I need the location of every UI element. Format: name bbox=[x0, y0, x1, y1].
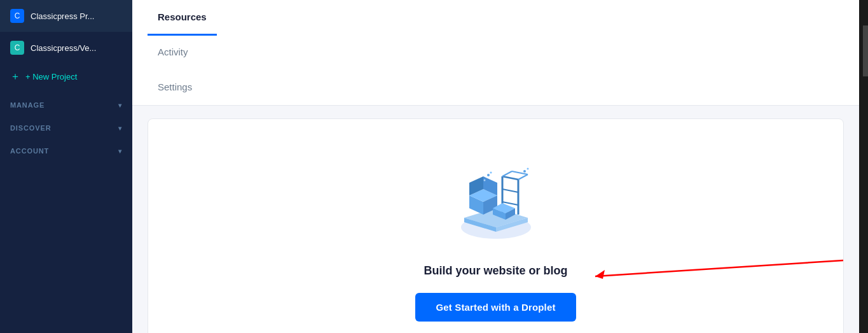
sidebar-section-discover[interactable]: DISCOVER ▾ bbox=[0, 113, 132, 136]
scrollbar-track[interactable] bbox=[859, 0, 868, 333]
tabs-bar: ResourcesActivitySettings bbox=[132, 0, 859, 106]
svg-marker-26 bbox=[595, 270, 605, 279]
sidebar-project-1[interactable]: C Classicpress/Ve... bbox=[0, 32, 132, 64]
section-label-discover: DISCOVER bbox=[10, 124, 52, 132]
plus-icon: ＋ bbox=[10, 70, 20, 83]
svg-line-11 bbox=[502, 176, 518, 180]
svg-line-12 bbox=[502, 189, 518, 192]
section-label-manage: MANAGE bbox=[10, 101, 45, 109]
svg-point-24 bbox=[483, 180, 485, 181]
chevron-down-icon: ▾ bbox=[118, 148, 122, 155]
chevron-down-icon: ▾ bbox=[118, 125, 122, 132]
sidebar-project-0[interactable]: C Classicpress Pr... bbox=[0, 0, 132, 32]
svg-point-23 bbox=[527, 168, 528, 170]
get-started-droplet-button[interactable]: Get Started with a Droplet bbox=[415, 293, 575, 322]
new-project-label: + New Project bbox=[25, 72, 77, 81]
scrollbar-thumb[interactable] bbox=[863, 25, 868, 76]
sidebar-section-manage[interactable]: MANAGE ▾ bbox=[0, 90, 132, 113]
section-label-account: ACCOUNT bbox=[10, 147, 49, 155]
tab-settings[interactable]: Settings bbox=[148, 70, 217, 106]
sidebar-section-account[interactable]: ACCOUNT ▾ bbox=[0, 136, 132, 159]
project-icon-0: C bbox=[10, 9, 24, 23]
svg-line-15 bbox=[518, 174, 528, 180]
chevron-down-icon: ▾ bbox=[118, 102, 122, 109]
tab-activity[interactable]: Activity bbox=[148, 35, 217, 71]
project-label-0: Classicpress Pr... bbox=[31, 11, 94, 21]
illustration bbox=[445, 145, 547, 246]
project-label-1: Classicpress/Ve... bbox=[31, 43, 96, 53]
arrow-annotation bbox=[576, 251, 843, 289]
tab-resources[interactable]: Resources bbox=[148, 0, 217, 36]
sidebar: C Classicpress Pr... C Classicpress/Ve..… bbox=[0, 0, 132, 333]
content-area: Build your website or blog Get Started w… bbox=[132, 106, 859, 333]
svg-line-25 bbox=[595, 260, 843, 276]
new-project-button[interactable]: ＋ + New Project bbox=[0, 64, 132, 90]
svg-line-14 bbox=[502, 171, 512, 176]
main-content: ResourcesActivitySettings bbox=[132, 0, 859, 333]
svg-point-22 bbox=[523, 170, 526, 173]
project-icon-1: C bbox=[10, 41, 24, 55]
svg-point-20 bbox=[487, 174, 490, 176]
svg-point-21 bbox=[490, 172, 492, 174]
card-title: Build your website or blog bbox=[424, 264, 567, 278]
resources-card: Build your website or blog Get Started w… bbox=[148, 118, 844, 333]
